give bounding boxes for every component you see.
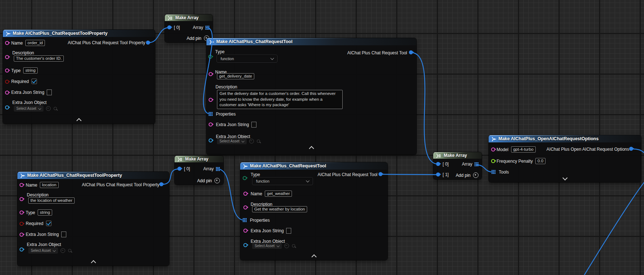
- node-header[interactable]: Make AIChatPlus_OpenAIChatRequestOptions: [489, 135, 641, 142]
- node-make-chatrequesttool-1[interactable]: Make AIChatPlus_ChatRequestTool Type fun…: [206, 38, 417, 155]
- browse-asset-icon[interactable]: [54, 107, 57, 110]
- add-pin-button[interactable]: Add pin: [456, 172, 478, 178]
- pin-description[interactable]: [243, 205, 247, 209]
- make-struct-icon: [20, 174, 25, 178]
- pin-name[interactable]: [20, 183, 24, 187]
- chevron-up-icon: [309, 146, 314, 151]
- use-selected-asset-icon[interactable]: [46, 106, 51, 111]
- node-header[interactable]: Make AIChatPlus_ChatRequestToolProperty: [3, 30, 155, 37]
- add-pin-button[interactable]: Add pin: [187, 36, 209, 41]
- type-input[interactable]: string: [38, 209, 52, 216]
- pin-name[interactable]: [243, 192, 247, 196]
- pin-extra-json-object[interactable]: [5, 105, 9, 109]
- select-asset-dropdown[interactable]: Select Asset: [252, 243, 282, 249]
- required-checkbox[interactable]: [32, 79, 37, 84]
- pin-extra-json-string[interactable]: [5, 91, 9, 95]
- node-header[interactable]: Make AIChatPlus_ChatRequestToolProperty: [17, 172, 169, 179]
- select-asset-dropdown[interactable]: Select Asset: [28, 247, 58, 254]
- pin-extra-json-object[interactable]: [209, 138, 213, 142]
- node-title: Make Array: [185, 157, 208, 162]
- pin-properties-array[interactable]: [209, 112, 213, 116]
- node-make-chatrequesttool-2[interactable]: Make AIChatPlus_ChatRequestTool Type fun…: [240, 162, 388, 260]
- use-selected-asset-icon[interactable]: [249, 139, 254, 143]
- node-header[interactable]: Make Array: [175, 156, 223, 162]
- pin-extra-json-string[interactable]: [243, 229, 247, 233]
- pin-required[interactable]: [5, 80, 9, 84]
- browse-asset-icon[interactable]: [257, 139, 260, 143]
- node-make-openai-chatrequestoptions[interactable]: Make AIChatPlus_OpenAIChatRequestOptions…: [489, 135, 641, 182]
- pin-array-element-0[interactable]: [436, 162, 440, 166]
- node-title: Make AIChatPlus_ChatRequestToolProperty: [13, 31, 108, 36]
- description-input[interactable]: the location of weather: [28, 197, 75, 204]
- browse-asset-icon[interactable]: [68, 249, 71, 252]
- node-make-array-3[interactable]: Make Array [ 0] Array [ 1] Add pin: [433, 152, 482, 179]
- pin-output-tool[interactable]: [409, 50, 413, 54]
- node-header[interactable]: Make Array: [165, 14, 213, 21]
- select-asset-dropdown[interactable]: Select Asset: [217, 138, 247, 144]
- pin-name[interactable]: [209, 72, 213, 76]
- pin-array-output[interactable]: [205, 26, 209, 30]
- extra-json-string-input[interactable]: [286, 228, 291, 234]
- pin-description[interactable]: [5, 55, 9, 59]
- pin-extra-json-string[interactable]: [209, 122, 213, 126]
- pin-output-tool[interactable]: [379, 172, 382, 176]
- pin-array-element-1[interactable]: [436, 172, 440, 176]
- collapse-node-button[interactable]: [309, 254, 319, 258]
- model-input[interactable]: gpt-4-turbo: [511, 146, 536, 153]
- browse-asset-icon[interactable]: [292, 244, 295, 247]
- pin-array-element-0[interactable]: [177, 167, 181, 171]
- pin-description[interactable]: [20, 197, 24, 201]
- node-header[interactable]: Make Array: [433, 152, 482, 159]
- select-asset-dropdown[interactable]: Select Asset: [14, 105, 43, 112]
- extra-json-string-input[interactable]: [47, 89, 52, 95]
- pin-array-element-0[interactable]: [167, 25, 171, 29]
- node-header[interactable]: Make AIChatPlus_ChatRequestTool: [206, 38, 417, 45]
- type-dropdown[interactable]: function: [217, 55, 277, 63]
- pin-type[interactable]: [20, 211, 24, 214]
- extra-json-string-input[interactable]: [61, 232, 66, 237]
- pin-name[interactable]: [5, 41, 9, 45]
- pin-description[interactable]: [209, 98, 213, 102]
- extra-json-string-input[interactable]: [251, 122, 256, 128]
- add-pin-button[interactable]: Add pin: [197, 178, 220, 183]
- node-make-chatrequesttoolproperty-1[interactable]: Make AIChatPlus_ChatRequestToolProperty …: [3, 30, 155, 124]
- make-array-icon: [167, 16, 173, 20]
- pin-extra-json-object[interactable]: [20, 247, 24, 251]
- collapse-node-button[interactable]: [88, 259, 99, 264]
- use-selected-asset-icon[interactable]: [284, 243, 289, 248]
- pin-output-tool-property[interactable]: [159, 182, 163, 186]
- node-make-array-2[interactable]: Make Array [ 0] Array Add pin: [175, 156, 223, 185]
- pin-type[interactable]: [208, 55, 212, 59]
- name-input[interactable]: order_id: [25, 40, 45, 46]
- use-selected-asset-icon[interactable]: [60, 248, 65, 253]
- pin-output-options[interactable]: [629, 147, 633, 151]
- pin-frequency-penalty[interactable]: [491, 159, 495, 163]
- node-make-chatrequesttoolproperty-2[interactable]: Make AIChatPlus_ChatRequestToolProperty …: [17, 172, 169, 266]
- expand-node-button[interactable]: [560, 176, 570, 181]
- pin-output-tool-property[interactable]: [146, 41, 150, 45]
- node-header[interactable]: Make AIChatPlus_ChatRequestTool: [240, 162, 388, 170]
- pin-tools-array[interactable]: [492, 170, 495, 174]
- pin-type[interactable]: [243, 176, 247, 180]
- pin-required[interactable]: [20, 222, 24, 226]
- type-input[interactable]: string: [23, 67, 38, 74]
- pin-model[interactable]: [491, 147, 495, 151]
- type-dropdown[interactable]: function: [252, 177, 313, 185]
- pin-array-output[interactable]: [216, 167, 220, 171]
- required-checkbox[interactable]: [46, 221, 51, 226]
- description-input[interactable]: The customer's order ID.: [14, 55, 64, 62]
- pin-properties-array[interactable]: [243, 218, 247, 222]
- node-make-array-1[interactable]: Make Array [ 0] Array Add pin: [165, 14, 213, 42]
- name-input[interactable]: get_weather: [265, 191, 292, 197]
- description-input[interactable]: Get the weather by location: [252, 206, 307, 212]
- name-input[interactable]: location: [40, 182, 59, 188]
- name-input[interactable]: get_delivery_date: [217, 73, 254, 79]
- collapse-node-button[interactable]: [74, 117, 84, 122]
- collapse-node-button[interactable]: [306, 145, 317, 150]
- frequency-penalty-input[interactable]: 0.0: [535, 158, 545, 164]
- pin-extra-json-object[interactable]: [243, 243, 247, 247]
- description-input[interactable]: Get the delivery date for a customer's o…: [217, 90, 343, 109]
- pin-array-output[interactable]: [474, 162, 478, 166]
- pin-extra-json-string[interactable]: [20, 233, 24, 237]
- pin-type[interactable]: [5, 68, 9, 72]
